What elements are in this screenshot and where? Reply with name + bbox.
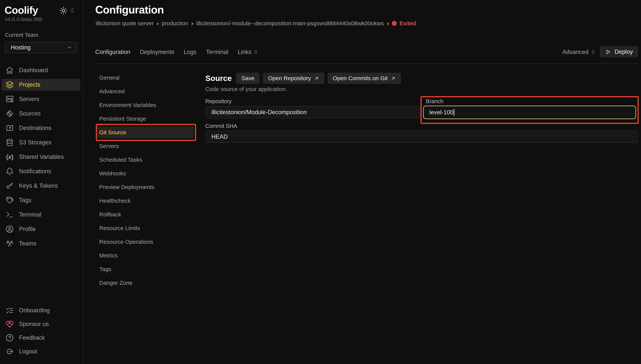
sidebar-item-label: Dashboard (19, 67, 48, 74)
subnav-healthcheck[interactable]: Healthcheck (97, 194, 194, 208)
external-link-icon (314, 76, 319, 81)
sidebar-item-label: Feedback (19, 334, 45, 341)
branch-value: level-100 (429, 109, 453, 116)
sidebar-item-dashboard[interactable]: Dashboard (2, 63, 80, 78)
source-header: Source Save Open Repository Open Commits… (205, 73, 401, 84)
theme-sun-icon[interactable] (59, 6, 68, 15)
subnav-preview-deployments[interactable]: Preview Deployments (97, 180, 194, 194)
database-icon (6, 138, 14, 146)
subnav-resource-limits[interactable]: Resource Limits (97, 221, 194, 235)
sidebar-item-profile[interactable]: Profile (2, 222, 80, 236)
tags-icon (6, 196, 14, 204)
repository-value: illicitestonion/Module-Decomposition (211, 109, 307, 116)
server-icon (6, 95, 14, 103)
sidebar-footer: Onboarding Sponsor us Feedback Logout (2, 304, 80, 358)
chevron-down-icon (67, 45, 73, 50)
deploy-button[interactable]: Deploy (600, 46, 638, 57)
coolify-logo[interactable]: Coolify (5, 4, 38, 16)
subnav-advanced[interactable]: Advanced (97, 84, 194, 98)
sidebar-item-label: Servers (19, 96, 39, 102)
sidebar-item-onboarding[interactable]: Onboarding (2, 304, 80, 317)
sidebar-item-servers[interactable]: Servers (2, 92, 80, 106)
play-icon (605, 49, 611, 55)
source-subtitle: Code source of your application. (205, 86, 287, 92)
sidebar-item-label: Tags (19, 197, 31, 204)
branch-label: Branch (426, 98, 443, 104)
advanced-label: Advanced (562, 49, 588, 56)
repository-label: Repository (205, 98, 232, 104)
theme-chevrons-up-down-icon[interactable] (70, 8, 75, 13)
breadcrumb-environment[interactable]: production (162, 20, 188, 26)
commit-sha-input[interactable]: HEAD (205, 131, 638, 143)
key-icon (6, 182, 14, 190)
sidebar-item-shared-variables[interactable]: (x) Shared Variables (2, 150, 80, 164)
subnav-git-source[interactable]: Git Source (97, 126, 194, 138)
tab-bar: Configuration Deployments Logs Terminal … (95, 47, 258, 57)
open-commits-button[interactable]: Open Commits on Git (328, 73, 401, 84)
breadcrumb-project[interactable]: illicitonion quote server (96, 20, 154, 26)
status-dot-icon (392, 21, 397, 26)
team-select[interactable]: Hosting (5, 42, 77, 53)
sidebar-item-label: Keys & Tokens (19, 182, 58, 189)
sidebar-item-logout[interactable]: Logout (2, 344, 80, 358)
breadcrumb-application[interactable]: illicitestonion/-module--decomposition:m… (196, 20, 384, 26)
help-circle-icon (6, 334, 14, 342)
chevrons-up-down-icon (591, 50, 596, 54)
save-button[interactable]: Save (236, 73, 260, 84)
tab-logs[interactable]: Logs (184, 49, 196, 56)
sidebar: Coolify v4.0.0-beta.399 Current Team Hos… (0, 0, 83, 364)
subnav-persistent-storage[interactable]: Persistent Storage (97, 112, 194, 126)
sidebar-item-destinations[interactable]: Destinations (2, 121, 80, 135)
repository-input[interactable]: illicitestonion/Module-Decomposition (205, 106, 420, 118)
heart-handshake-icon (6, 320, 14, 328)
source-heading: Source (205, 74, 232, 83)
subnav-servers[interactable]: Servers (97, 139, 194, 153)
sidebar-item-notifications[interactable]: Notifications (2, 164, 80, 178)
tab-deployments[interactable]: Deployments (140, 49, 174, 56)
sidebar-item-sponsor-us[interactable]: Sponsor us (2, 317, 80, 331)
commit-sha-value: HEAD (211, 133, 228, 140)
sidebar-item-label: Teams (19, 240, 36, 247)
user-circle-icon (6, 225, 14, 233)
tab-links[interactable]: Links (238, 49, 258, 56)
external-link-icon (391, 76, 396, 81)
sidebar-item-terminal[interactable]: Terminal (2, 208, 80, 222)
subnav-general[interactable]: General (97, 71, 194, 84)
subnav-webhooks[interactable]: Webhooks (97, 166, 194, 180)
sidebar-item-s3-storages[interactable]: S3 Storages (2, 135, 80, 150)
sidebar-item-label: Logout (19, 348, 37, 355)
open-repository-label: Open Repository (268, 75, 311, 82)
list-checks-icon (6, 306, 14, 314)
sidebar-item-label: Sources (19, 110, 41, 117)
open-repository-button[interactable]: Open Repository (263, 73, 324, 84)
advanced-dropdown[interactable]: Advanced (562, 49, 596, 56)
subnav-metrics[interactable]: Metrics (97, 249, 194, 262)
sidebar-item-feedback[interactable]: Feedback (2, 331, 80, 344)
tab-configuration[interactable]: Configuration (95, 49, 130, 56)
sidebar-nav: Dashboard Projects Servers Sources Desti… (2, 63, 80, 251)
sidebar-item-tags[interactable]: Tags (2, 193, 80, 208)
subnav-environment-variables[interactable]: Environment Variables (97, 98, 194, 112)
sidebar-item-sources[interactable]: Sources (2, 106, 80, 121)
tab-terminal[interactable]: Terminal (206, 49, 228, 56)
current-team-label: Current Team (5, 32, 38, 38)
users-icon (6, 240, 14, 248)
subnav-tags[interactable]: Tags (97, 262, 194, 276)
branch-input[interactable]: level-100 (423, 106, 636, 119)
status-badge: Exited (392, 20, 416, 26)
subnav-resource-operations[interactable]: Resource Operations (97, 235, 194, 249)
subnav-danger-zone[interactable]: Danger Zone (97, 276, 194, 290)
coolify-app: Coolify v4.0.0-beta.399 Current Team Hos… (0, 0, 641, 364)
subnav-rollback[interactable]: Rollback (97, 208, 194, 221)
commit-sha-label: Commit SHA (205, 123, 237, 129)
config-subnav: General Advanced Environment Variables P… (97, 71, 194, 290)
subnav-scheduled-tasks[interactable]: Scheduled Tasks (97, 153, 194, 166)
chevrons-up-down-icon (253, 50, 258, 54)
sidebar-item-label: Terminal (19, 211, 41, 218)
sidebar-item-label: Destinations (19, 125, 52, 132)
sidebar-item-projects[interactable]: Projects (2, 79, 80, 90)
layers-icon (6, 81, 14, 89)
sidebar-item-keys-tokens[interactable]: Keys & Tokens (2, 178, 80, 193)
sidebar-item-teams[interactable]: Teams (2, 236, 80, 251)
divider (95, 63, 638, 64)
